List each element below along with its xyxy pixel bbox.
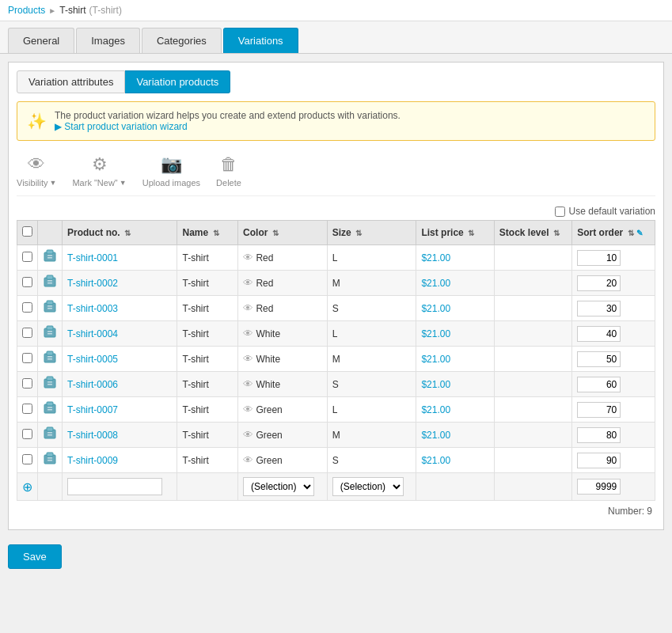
- row-checkbox-3[interactable]: [22, 328, 32, 338]
- product-icon: [43, 249, 57, 263]
- svg-rect-23: [47, 384, 52, 385]
- sort-order-input-0[interactable]: [577, 250, 621, 266]
- row-name: T-shirt: [177, 347, 238, 372]
- row-product-no: T-shirt-0003: [63, 296, 177, 321]
- row-product-no: T-shirt-0007: [63, 397, 177, 423]
- add-sort-order-input[interactable]: [577, 479, 621, 495]
- row-stock-level: [494, 296, 571, 321]
- row-color: 👁 Green: [238, 423, 328, 448]
- add-row-size-cell: (Selection) L M S: [327, 473, 416, 501]
- select-all-checkbox[interactable]: [22, 226, 32, 237]
- new-product-input[interactable]: [67, 478, 162, 495]
- sort-order-input-8[interactable]: [577, 453, 621, 468]
- visibility-arrow-icon: ▼: [50, 179, 57, 187]
- row-checkbox-8[interactable]: [22, 454, 32, 464]
- color-eye-icon: 👁: [243, 429, 253, 441]
- th-checkbox: [17, 221, 38, 245]
- notice-text: The product variation wizard helps you c…: [55, 110, 401, 132]
- row-product-no: T-shirt-0002: [63, 271, 177, 296]
- row-checkbox-cell: [17, 372, 38, 397]
- wizard-icon: ✨: [27, 112, 47, 131]
- row-size: S: [327, 296, 416, 321]
- product-no-link[interactable]: T-shirt-0001: [67, 252, 118, 263]
- toolbar-delete[interactable]: 🗑 Delete: [216, 154, 241, 188]
- svg-rect-6: [47, 280, 52, 282]
- row-checkbox-2[interactable]: [22, 302, 32, 313]
- breadcrumb-products-link[interactable]: Products: [8, 5, 45, 16]
- product-no-link[interactable]: T-shirt-0002: [67, 278, 118, 289]
- sort-name-icon: ⇅: [213, 229, 219, 237]
- product-no-link[interactable]: T-shirt-0008: [67, 430, 118, 441]
- svg-rect-1: [47, 250, 53, 254]
- table-row: T-shirt-0003 T-shirt 👁 Red S $21.00: [17, 296, 655, 321]
- product-no-link[interactable]: T-shirt-0007: [67, 404, 118, 415]
- row-checkbox-5[interactable]: [22, 378, 32, 389]
- row-checkbox-6[interactable]: [22, 404, 32, 414]
- row-checkbox-7[interactable]: [22, 429, 32, 439]
- row-name: T-shirt: [177, 423, 238, 448]
- th-stock-level[interactable]: Stock level ⇅: [494, 221, 571, 245]
- add-row-icon[interactable]: ⊕: [22, 480, 32, 494]
- row-list-price: $21.00: [416, 423, 494, 448]
- svg-rect-25: [47, 402, 53, 406]
- sort-order-input-2[interactable]: [577, 301, 621, 316]
- mark-new-arrow-icon: ▼: [120, 179, 127, 187]
- tab-images[interactable]: Images: [76, 28, 140, 53]
- sort-order-input-4[interactable]: [577, 351, 621, 367]
- tab-general[interactable]: General: [8, 28, 74, 53]
- th-sort-order[interactable]: Sort order ⇅ ✎: [572, 221, 655, 245]
- sort-order-input-3[interactable]: [577, 326, 621, 342]
- toolbar-mark-new[interactable]: ⚙ Mark "New" ▼: [72, 154, 126, 188]
- svg-rect-13: [47, 326, 53, 330]
- wizard-link[interactable]: ▶ Start product variation wizard: [55, 121, 188, 132]
- tab-categories[interactable]: Categories: [142, 28, 222, 53]
- th-size[interactable]: Size ⇅: [327, 221, 416, 245]
- color-selection-dropdown[interactable]: (Selection) Red White Green: [243, 477, 314, 496]
- product-icon: [43, 376, 57, 390]
- sort-order-input-7[interactable]: [577, 427, 621, 443]
- svg-rect-35: [47, 460, 52, 461]
- visibility-label: Visibility ▼: [17, 178, 56, 188]
- add-row: ⊕ (Selection) Red White Green (Selection…: [17, 473, 655, 501]
- th-list-price[interactable]: List price ⇅: [416, 221, 494, 245]
- mark-new-icon: ⚙: [92, 154, 108, 175]
- toolbar-upload-images[interactable]: 📷 Upload images: [142, 154, 200, 188]
- th-name[interactable]: Name ⇅: [177, 221, 238, 245]
- sort-order-input-5[interactable]: [577, 377, 621, 392]
- sort-price-icon: ⇅: [468, 229, 474, 237]
- visibility-icon: 👁: [28, 154, 45, 175]
- product-no-link[interactable]: T-shirt-0005: [67, 354, 118, 365]
- row-product-no: T-shirt-0009: [63, 448, 177, 473]
- default-variation-checkbox[interactable]: [555, 207, 565, 217]
- row-icon-cell: [38, 423, 63, 448]
- th-product-no[interactable]: Product no. ⇅: [63, 221, 177, 245]
- row-icon-cell: [38, 347, 63, 372]
- row-icon-cell: [38, 271, 63, 296]
- product-no-link[interactable]: T-shirt-0006: [67, 379, 118, 390]
- size-selection-dropdown[interactable]: (Selection) L M S: [332, 477, 404, 496]
- color-eye-icon: 👁: [243, 302, 253, 314]
- sub-tab-variation-attributes[interactable]: Variation attributes: [17, 70, 125, 93]
- row-checkbox-4[interactable]: [22, 353, 32, 363]
- color-eye-icon: 👁: [243, 404, 253, 415]
- color-eye-icon: 👁: [243, 328, 253, 339]
- table-row: T-shirt-0004 T-shirt 👁 White L $21.00: [17, 321, 655, 347]
- save-button[interactable]: Save: [8, 544, 62, 569]
- table-row: T-shirt-0007 T-shirt 👁 Green L $21.00: [17, 397, 655, 423]
- svg-rect-9: [47, 301, 53, 305]
- product-no-link[interactable]: T-shirt-0003: [67, 303, 118, 314]
- th-color[interactable]: Color ⇅: [238, 221, 328, 245]
- sort-order-input-6[interactable]: [577, 402, 621, 418]
- sub-tab-variation-products[interactable]: Variation products: [125, 70, 230, 93]
- product-no-link[interactable]: T-shirt-0004: [67, 328, 118, 339]
- row-checkbox-1[interactable]: [22, 277, 32, 287]
- toolbar-visibility[interactable]: 👁 Visibility ▼: [17, 154, 56, 188]
- row-list-price: $21.00: [416, 296, 494, 321]
- sort-order-input-1[interactable]: [577, 275, 621, 291]
- row-color: 👁 Red: [238, 271, 328, 296]
- product-icon: [43, 452, 57, 466]
- row-checkbox-cell: [17, 347, 38, 372]
- product-no-link[interactable]: T-shirt-0009: [67, 455, 118, 466]
- row-checkbox-0[interactable]: [22, 252, 32, 262]
- tab-variations[interactable]: Variations: [223, 28, 298, 53]
